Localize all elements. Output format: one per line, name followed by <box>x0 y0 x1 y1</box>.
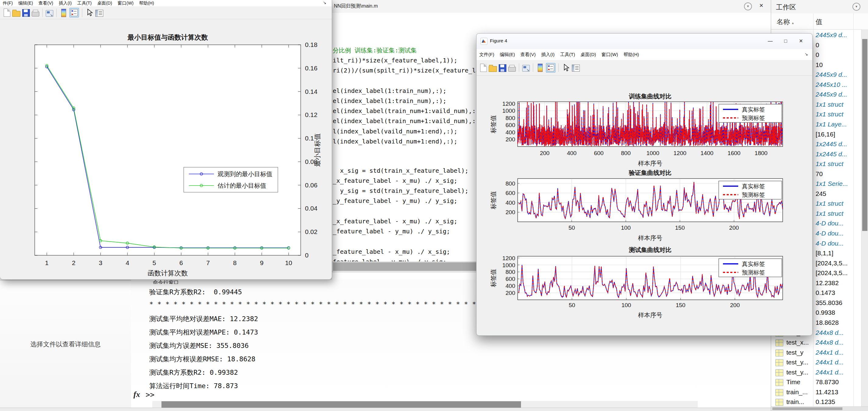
workspace-row[interactable]: Time78.8730 <box>771 378 861 387</box>
code-line[interactable]: el(index_label(train_num+1:vaild_num),:)… <box>333 117 483 125</box>
svg-text:800: 800 <box>505 269 515 275</box>
workspace-vertical-scrollbar[interactable] <box>861 29 868 407</box>
window-link-icon[interactable] <box>522 65 530 72</box>
colormap-icon[interactable] <box>538 64 542 72</box>
editor-tab-menu-button[interactable]: ▼ <box>744 2 752 10</box>
variable-value: 4-D dou... <box>815 220 844 227</box>
variable-value: 1x1 struct <box>815 210 843 217</box>
variable-icon <box>775 359 783 366</box>
workspace-row[interactable]: test_y244x1 d... <box>771 348 861 358</box>
workspace-horizontal-scrollbar[interactable] <box>771 406 868 411</box>
figure4-window: Figure 4 — □ ✕ 文件(F)编辑(E)查看(V)插入(I)工具(T)… <box>476 33 812 336</box>
property-inspector-icon[interactable] <box>572 65 580 72</box>
variable-value: 1x1 Laye... <box>815 121 847 128</box>
code-line[interactable]: l(index_label(vaild_num+1:end),:); <box>333 128 457 135</box>
code-line[interactable]: _y_feature_label - y_mu) ./ y_sig; <box>333 197 457 204</box>
workspace-row[interactable]: test_x...244x8 d... <box>771 338 861 348</box>
svg-text:标签值: 标签值 <box>490 191 497 209</box>
workspace-row[interactable]: train_...11.4213 <box>771 387 861 398</box>
window-link-icon[interactable] <box>46 10 53 17</box>
column-header-value[interactable]: 值 <box>815 18 822 27</box>
code-line[interactable]: l(index_label(vaild_num+1:end),:); <box>333 138 457 145</box>
workspace-row[interactable]: train...0.1235 <box>771 397 861 407</box>
svg-text:0.12: 0.12 <box>305 111 317 118</box>
svg-text:400: 400 <box>567 150 577 156</box>
code-line[interactable]: _feature_label - y_mu) ./ y_sig; <box>333 228 450 235</box>
print-icon[interactable] <box>508 67 516 72</box>
workspace-row[interactable]: test_y...244x1 d... <box>771 368 861 378</box>
editor-tab-close-icon[interactable]: ✕ <box>759 2 764 9</box>
save-icon[interactable] <box>22 9 30 17</box>
editor-tab-title[interactable]: NN回归预测\main.m <box>334 3 378 9</box>
print-icon[interactable] <box>32 11 39 17</box>
code-line[interactable]: y_sig = std(train_y_feature_label); <box>333 187 469 194</box>
dock-arrow-icon[interactable]: ↘ <box>805 52 808 56</box>
figure4-menu-v[interactable]: 查看(V) <box>518 49 538 60</box>
new-document-icon[interactable] <box>480 64 487 72</box>
column-header-name[interactable]: 名称 ▴ <box>777 18 794 27</box>
variable-value: [2024,3,5... <box>815 269 847 277</box>
open-folder-icon[interactable] <box>12 11 21 17</box>
figure4-menu-h[interactable]: 帮助(H) <box>621 49 642 60</box>
variable-icon <box>775 349 783 356</box>
variable-value: 2445x9 d... <box>815 91 847 98</box>
svg-text:1400: 1400 <box>701 150 713 156</box>
command-prompt[interactable]: >> <box>146 390 154 399</box>
variable-value: 1x1 struct <box>815 160 843 167</box>
code-line[interactable]: el(index_label(1:train_num),:); <box>333 97 446 104</box>
figure-menu-w[interactable]: 窗口(W) <box>115 0 136 6</box>
svg-text:0.06: 0.06 <box>305 182 317 189</box>
figure-menu-v[interactable]: 查看(V) <box>36 0 56 6</box>
code-line[interactable]: ilt_ri))*size(x_feature_label,1)); <box>333 57 457 64</box>
svg-text:3: 3 <box>99 259 102 266</box>
figure4-menu-e[interactable]: 编辑(E) <box>497 49 518 60</box>
svg-text:10: 10 <box>285 259 292 266</box>
figure-menu-t[interactable]: 工具(T) <box>74 0 94 6</box>
close-button[interactable]: ✕ <box>794 37 808 46</box>
figure-menu-h[interactable]: 帮助(H) <box>136 0 157 6</box>
legend-toggle-icon[interactable] <box>546 63 555 72</box>
workspace-scrollbar-handle[interactable] <box>862 39 867 231</box>
figure-menu-i[interactable]: 插入(I) <box>56 0 75 6</box>
svg-text:1200: 1200 <box>674 150 686 156</box>
code-line[interactable]: _x_feature_label - x_mu) ./ x_sig; <box>333 218 457 225</box>
pointer-icon[interactable] <box>85 8 94 17</box>
figure4-titlebar[interactable]: Figure 4 — □ ✕ <box>476 33 812 50</box>
figure4-menu-d[interactable]: 桌面(D) <box>578 49 599 60</box>
command-scrollbar-handle[interactable] <box>161 401 521 408</box>
figure4-menu-t[interactable]: 工具(T) <box>557 49 578 60</box>
variable-value: 0.1473 <box>815 289 835 296</box>
pointer-icon[interactable] <box>562 64 570 72</box>
figure-menu-e[interactable]: 编辑(E) <box>16 0 36 6</box>
workspace-row[interactable]: test_y...244x1 d... <box>771 358 861 368</box>
figure-menu-d[interactable]: 桌面(D) <box>94 0 115 6</box>
save-icon[interactable] <box>499 64 506 72</box>
figure-menu-f[interactable]: 件(F) <box>0 0 16 6</box>
open-folder-icon[interactable] <box>489 66 497 72</box>
legend-glyph <box>547 64 554 71</box>
code-line[interactable]: _feature_label - x_mu) ./ x_sig; <box>333 248 450 255</box>
property-inspector-icon[interactable] <box>95 10 103 17</box>
dock-arrow-icon[interactable]: ↘ <box>323 0 326 5</box>
workspace-hscrollbar-handle[interactable] <box>772 407 842 410</box>
new-document-icon[interactable] <box>4 8 10 17</box>
command-output-line: 测试集平均相对误差MAPE: 0.1473 <box>149 328 258 337</box>
figure4-menu-w[interactable]: 窗口(W) <box>599 49 621 60</box>
figure4-menu-i[interactable]: 插入(I) <box>538 49 557 60</box>
colormap-icon[interactable] <box>61 9 66 17</box>
variable-value: [16,16] <box>815 131 835 138</box>
svg-text:样本序号: 样本序号 <box>638 234 662 241</box>
code-line[interactable]: 分比例 训练集:验证集:测试集 <box>333 46 417 55</box>
legend-toggle-icon[interactable] <box>69 8 79 18</box>
code-line[interactable]: el(index_label(train_num+1:vaild_num),:)… <box>333 107 483 115</box>
workspace-menu-button[interactable]: ▼ <box>852 3 860 11</box>
code-line[interactable]: _x_feature_label - x_mu) ./ x_sig; <box>333 177 457 184</box>
code-line[interactable]: x_sig = std(train_x_feature_label); <box>333 167 469 174</box>
code-line[interactable]: el(index_label(1:train_num),:); <box>333 87 446 94</box>
figure4-menu-f[interactable]: 文件(F) <box>476 49 497 60</box>
command-horizontal-scrollbar[interactable] <box>152 401 698 408</box>
svg-text:0.18: 0.18 <box>305 41 317 48</box>
maximize-button[interactable]: □ <box>779 37 793 46</box>
variable-value: 1x1 struct <box>815 101 843 108</box>
minimize-button[interactable]: — <box>763 37 777 46</box>
